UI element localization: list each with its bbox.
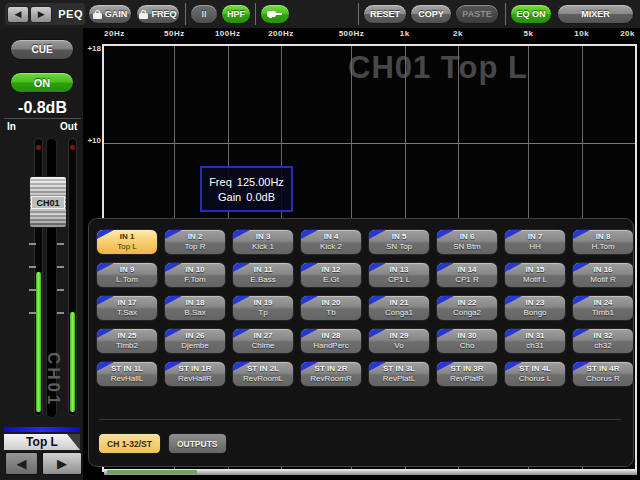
channel-button[interactable]: ST IN 1LRevHallL — [96, 361, 158, 387]
channel-button[interactable]: IN 32ch32 — [572, 328, 634, 354]
channel-name: Chorus R — [586, 374, 620, 384]
clip-led — [70, 145, 75, 150]
channel-color-tab-icon — [369, 263, 386, 272]
channel-bank-tabs: CH 1-32/STOUTPUTS — [98, 433, 227, 454]
channel-button[interactable]: IN 12E.Gt — [300, 262, 362, 288]
copy-button[interactable]: COPY — [410, 4, 452, 24]
channel-name: L.Tom — [116, 275, 138, 285]
channel-color-tab-icon — [505, 263, 522, 272]
channel-id: IN 5 — [392, 232, 407, 242]
bank-tab[interactable]: OUTPUTS — [168, 433, 227, 454]
channel-button[interactable]: IN 13CP1 L — [368, 262, 430, 288]
gain-lock-button[interactable]: GAIN — [88, 4, 132, 24]
channel-button[interactable]: IN 18B.Sax — [164, 295, 226, 321]
eq-on-button[interactable]: EQ ON — [510, 4, 552, 24]
channel-button[interactable]: ST IN 2RRevRoomR — [300, 361, 362, 387]
band-mode-button[interactable]: II — [190, 4, 218, 24]
channel-name: RevHallR — [178, 374, 212, 384]
channel-id: IN 4 — [324, 232, 339, 242]
channel-button[interactable]: IN 19Tp — [232, 295, 294, 321]
channel-button[interactable]: IN 20Tb — [300, 295, 362, 321]
hpf-button[interactable]: HPF — [221, 4, 251, 24]
meter-out-label: Out — [60, 121, 77, 132]
freq-tick-label: 5k — [523, 29, 533, 38]
channel-id: IN 17 — [117, 298, 136, 308]
patch-button[interactable] — [260, 4, 290, 24]
mixer-button[interactable]: MIXER — [557, 4, 634, 24]
channel-button[interactable]: IN 22Conga2 — [436, 295, 498, 321]
channel-button[interactable]: IN 14CP1 R — [436, 262, 498, 288]
peq-nav-box: ◀ ▶ PEQ — [5, 3, 85, 25]
fader-scale-tick — [57, 266, 64, 268]
paste-button[interactable]: PASTE — [455, 4, 499, 24]
channel-id: IN 15 — [525, 265, 544, 275]
channel-button[interactable]: IN 9L.Tom — [96, 262, 158, 288]
channel-button[interactable]: ST IN 3RRevPlatR — [436, 361, 498, 387]
channel-color-tab-icon — [97, 296, 114, 305]
bank-tab[interactable]: CH 1-32/ST — [98, 433, 161, 454]
channel-id: IN 23 — [525, 298, 544, 308]
freq-lock-button[interactable]: FREQ — [136, 4, 180, 24]
channel-button[interactable]: IN 1Top L — [96, 229, 158, 255]
channel-button[interactable]: IN 25Timb2 — [96, 328, 158, 354]
channel-id: IN 11 — [254, 265, 273, 275]
channel-button[interactable]: IN 16Motif R — [572, 262, 634, 288]
fader-scale-tick — [29, 243, 36, 245]
channel-button[interactable]: IN 2Top R — [164, 229, 226, 255]
channel-button[interactable]: ST IN 3LRevPlatL — [368, 361, 430, 387]
freq-tick-label: 200Hz — [268, 29, 294, 38]
next-channel-button[interactable]: ▶ — [42, 452, 82, 475]
channel-button[interactable]: IN 4Kick 2 — [300, 229, 362, 255]
channel-name: Kick 1 — [252, 242, 274, 252]
channel-name-tag[interactable]: Top L — [4, 434, 80, 450]
channel-color-tab-icon — [165, 230, 182, 239]
channel-id: IN 29 — [389, 331, 408, 341]
channel-id: ST IN 2R — [315, 364, 348, 374]
channel-button[interactable]: IN 21Conga1 — [368, 295, 430, 321]
reset-button[interactable]: RESET — [363, 4, 407, 24]
cue-button[interactable]: CUE — [10, 39, 74, 60]
channel-button[interactable]: ST IN 4RChorus R — [572, 361, 634, 387]
channel-name: Motif L — [523, 275, 547, 285]
channel-name: Tb — [326, 308, 335, 318]
channel-id: IN 25 — [117, 331, 136, 341]
tooltip-freq-value: 125.00Hz — [237, 176, 284, 188]
channel-on-button[interactable]: ON — [10, 72, 74, 93]
fader-handle[interactable]: CH01 — [29, 176, 67, 228]
channel-button[interactable]: IN 3Kick 1 — [232, 229, 294, 255]
channel-button[interactable]: IN 26Djembe — [164, 328, 226, 354]
channel-name: SN Btm — [453, 242, 481, 252]
channel-id: IN 27 — [253, 331, 272, 341]
channel-button[interactable]: IN 23Bongo — [504, 295, 566, 321]
channel-button[interactable]: IN 31ch31 — [504, 328, 566, 354]
prev-channel-button[interactable]: ◀ — [7, 6, 29, 23]
channel-color-tab-icon — [573, 329, 590, 338]
topbar-divider — [505, 3, 506, 25]
fader-scale-tick — [29, 289, 36, 291]
channel-button[interactable]: IN 17T.Sax — [96, 295, 158, 321]
prev-channel-button[interactable]: ◀ — [5, 452, 38, 475]
channel-button[interactable]: IN 30Cho — [436, 328, 498, 354]
channel-id: IN 31 — [525, 331, 544, 341]
channel-button[interactable]: IN 24Timb1 — [572, 295, 634, 321]
channel-button[interactable]: IN 7HH — [504, 229, 566, 255]
channel-id: IN 9 — [120, 265, 135, 275]
channel-id: ST IN 4R — [587, 364, 620, 374]
channel-button[interactable]: ST IN 2LRevRoomL — [232, 361, 294, 387]
channel-button[interactable]: IN 10F.Tom — [164, 262, 226, 288]
channel-button[interactable]: IN 15Motif L — [504, 262, 566, 288]
channel-button[interactable]: IN 6SN Btm — [436, 229, 498, 255]
next-channel-button[interactable]: ▶ — [30, 6, 52, 23]
channel-id: ST IN 2L — [247, 364, 279, 374]
channel-color-tab-icon — [97, 230, 114, 239]
channel-button[interactable]: ST IN 1RRevHallR — [164, 361, 226, 387]
channel-button[interactable]: IN 11E.Bass — [232, 262, 294, 288]
channel-button[interactable]: IN 29Vo — [368, 328, 430, 354]
channel-button[interactable]: IN 28HandPerc — [300, 328, 362, 354]
channel-color-tab-icon — [165, 263, 182, 272]
channel-button[interactable]: ST IN 4LChorus L — [504, 361, 566, 387]
channel-button[interactable]: IN 5SN Top — [368, 229, 430, 255]
channel-button[interactable]: IN 27Chime — [232, 328, 294, 354]
graph-channel-watermark: CH01 Top L — [348, 50, 528, 86]
channel-button[interactable]: IN 8H.Tom — [572, 229, 634, 255]
